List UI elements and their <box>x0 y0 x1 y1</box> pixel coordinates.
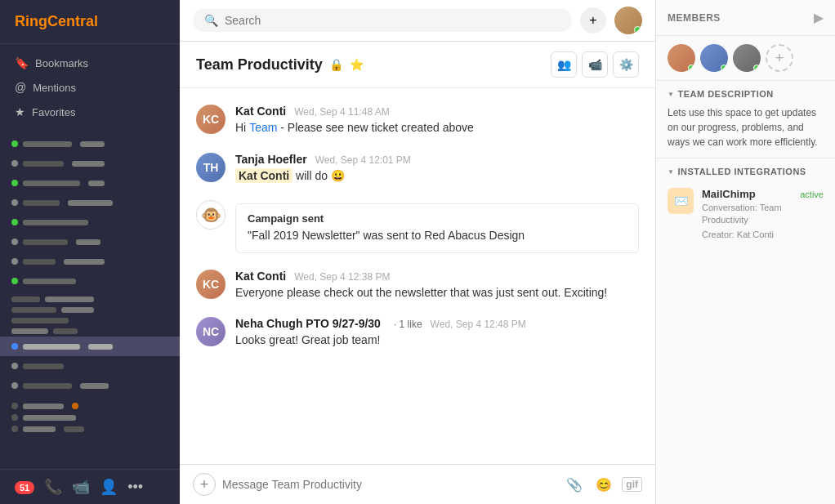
message-author: Kat Conti <box>235 270 286 283</box>
list-item[interactable] <box>0 376 180 395</box>
messages-list: KC Kat Conti Wed, Sep 4 11:48 AM Hi Team… <box>180 88 655 464</box>
integration-logo: ✉️ <box>668 188 694 214</box>
member-avatar-1 <box>668 44 695 72</box>
arrow-icon: ▼ <box>668 91 674 98</box>
list-item[interactable] <box>0 193 180 212</box>
list-item[interactable] <box>0 356 180 376</box>
team-description-title: TEAM DESCRIPTION <box>677 89 773 99</box>
campaign-message: Campaign sent "Fall 2019 Newsletter" was… <box>235 203 639 253</box>
message-input[interactable] <box>222 478 556 491</box>
star-icon: ★ <box>15 105 25 118</box>
emoji-icon[interactable]: 😊 <box>592 475 615 494</box>
message-header: Kat Conti Wed, Sep 4 12:38 PM <box>235 270 639 283</box>
list-item[interactable] <box>0 252 180 271</box>
list-item[interactable] <box>0 212 180 232</box>
user-icon[interactable]: 👤 <box>100 478 118 496</box>
member-avatar-3 <box>733 44 761 72</box>
team-mention: Team <box>249 121 277 134</box>
list-item[interactable] <box>0 154 180 173</box>
status-dot <box>721 65 727 71</box>
header-actions: 👥 📹 ⚙️ <box>551 51 639 78</box>
list-item[interactable] <box>0 337 180 356</box>
channel-name <box>23 344 80 350</box>
gif-button[interactable]: gif <box>622 477 642 492</box>
channel-name <box>23 259 56 265</box>
integration-info: MailChimp active Conversation: Team Prod… <box>702 188 824 241</box>
search-box[interactable]: 🔍 <box>193 9 572 32</box>
list-item[interactable] <box>0 232 180 252</box>
message-text: Everyone please check out the newsletter… <box>235 285 639 301</box>
badge-count: 51 <box>15 481 34 494</box>
table-row: TH Tanja Hoefler Wed, Sep 4 12:01 PM Kat… <box>180 145 655 193</box>
list-item <box>0 294 180 305</box>
mention-icon: @ <box>15 81 26 94</box>
chat-header: Team Productivity 🔒 ⭐ 👥 📹 ⚙️ <box>180 42 655 88</box>
channel-name <box>23 141 72 147</box>
more-icon[interactable]: ••• <box>127 479 143 496</box>
add-attachment-button[interactable]: + <box>193 473 216 496</box>
bottom-bar: 51 📞 📹 👤 ••• <box>0 469 180 504</box>
settings-button[interactable]: ⚙️ <box>613 51 639 78</box>
message-header: Tanja Hoefler Wed, Sep 4 12:01 PM <box>235 153 639 166</box>
main-panel: 🔍 + Team Productivity 🔒 ⭐ 👥 📹 ⚙️ KC Kat … <box>180 0 655 504</box>
arrow-icon: ▼ <box>668 168 674 176</box>
channel-name <box>80 383 109 389</box>
sidebar-item-favorites[interactable]: ★ Favorites <box>0 100 180 124</box>
list-item[interactable] <box>0 134 180 154</box>
chat-title: Team Productivity <box>196 56 323 74</box>
star-icon[interactable]: ⭐ <box>350 58 364 71</box>
message-body: Campaign sent "Fall 2019 Newsletter" was… <box>235 200 639 253</box>
integrations-section: ▼ INSTALLED INTEGRATIONS <box>656 158 835 180</box>
message-body: Kat Conti Wed, Sep 4 11:48 AM Hi Team - … <box>235 105 639 136</box>
like-badge: · 1 like <box>394 319 422 330</box>
channel-name <box>80 141 105 147</box>
members-label: MEMBERS <box>668 12 721 24</box>
nav-items: 🔖 Bookmarks @ Mentions ★ Favorites <box>0 44 180 131</box>
channel-name <box>64 259 105 265</box>
table-row: KC Kat Conti Wed, Sep 4 11:48 AM Hi Team… <box>180 96 655 145</box>
list-item[interactable] <box>0 173 180 193</box>
notification-badge: 51 <box>15 479 34 494</box>
status-dot <box>11 278 18 284</box>
attachment-icon[interactable]: 📎 <box>563 475 586 494</box>
channel-name <box>23 364 64 369</box>
avatar: KC <box>196 105 225 134</box>
collapse-button[interactable]: ▶ <box>814 10 824 25</box>
avatar[interactable] <box>614 7 642 34</box>
team-description-section: ▼ TEAM DESCRIPTION <box>656 81 835 102</box>
phone-icon[interactable]: 📞 <box>44 478 62 496</box>
message-author: Tanja Hoefler <box>235 153 307 166</box>
sidebar-item-mentions[interactable]: @ Mentions <box>0 75 180 100</box>
list-item <box>0 400 180 412</box>
message-text: Looks great! Great job team! <box>235 332 639 349</box>
channel-name <box>23 220 88 225</box>
add-button[interactable]: + <box>580 7 606 33</box>
status-dot <box>688 65 694 71</box>
status-dot <box>11 363 18 369</box>
video-icon[interactable]: 📹 <box>72 478 90 496</box>
members-row: + <box>656 36 835 81</box>
list-item[interactable] <box>0 271 180 291</box>
message-time: Wed, Sep 4 12:38 PM <box>294 271 390 283</box>
channel-name <box>76 239 100 245</box>
sidebar-item-bookmarks[interactable]: 🔖 Bookmarks <box>0 51 180 75</box>
team-description-body: Lets use this space to get updates on ou… <box>656 102 835 158</box>
message-header: Neha Chugh PTO 9/27-9/30 · 1 like Wed, S… <box>235 317 639 330</box>
avatar: NC <box>196 317 225 346</box>
table-row: KC Kat Conti Wed, Sep 4 12:38 PM Everyon… <box>180 261 655 310</box>
integration-conversation: Conversation: Team Productivity <box>702 202 824 227</box>
status-dot <box>11 199 18 206</box>
message-text: Hi Team - Please see new ticket created … <box>235 120 639 136</box>
table-row: NC Neha Chugh PTO 9/27-9/30 · 1 like Wed… <box>180 309 655 357</box>
status-dot <box>753 65 760 71</box>
sidebar: RingCentral 🔖 Bookmarks @ Mentions ★ Fav… <box>0 0 180 504</box>
members-button[interactable]: 👥 <box>551 51 577 78</box>
right-panel: MEMBERS ▶ + ▼ TEAM DESCRIPTION Lets use … <box>655 0 835 504</box>
channel-name <box>68 200 113 206</box>
search-input[interactable] <box>225 14 560 27</box>
video-button[interactable]: 📹 <box>582 51 608 78</box>
status-dot <box>11 219 18 225</box>
add-member-button[interactable]: + <box>766 44 793 72</box>
integrations-title: INSTALLED INTEGRATIONS <box>677 167 806 176</box>
channel-name <box>88 344 113 350</box>
